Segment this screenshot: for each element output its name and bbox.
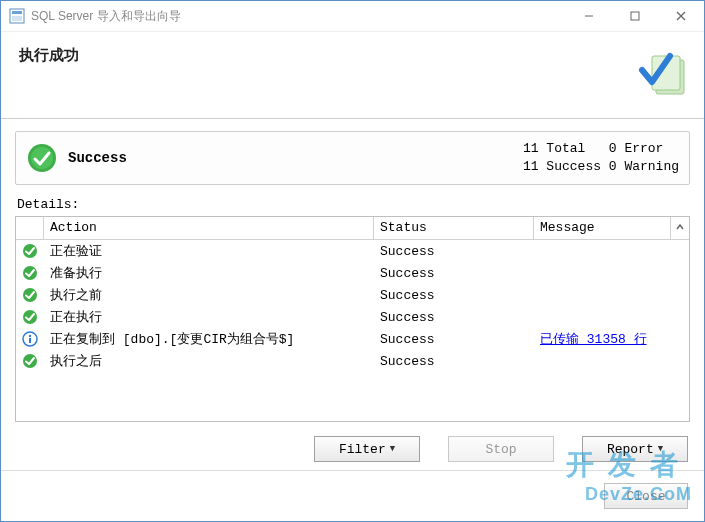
status-cell: Success <box>374 354 534 369</box>
report-button[interactable]: Report ▼ <box>582 436 688 462</box>
page-title: 执行成功 <box>19 46 79 65</box>
success-icon <box>16 353 44 369</box>
app-icon <box>9 8 25 24</box>
header-banner: 执行成功 <box>1 31 704 119</box>
close-button-label: Close <box>626 489 665 504</box>
result-label: Success <box>68 150 523 166</box>
table-row[interactable]: 正在复制到 [dbo].[变更CIR为组合号$]Success已传输 31358… <box>16 328 689 350</box>
stop-button-label: Stop <box>485 442 516 457</box>
svg-point-13 <box>23 288 37 302</box>
wizard-window: SQL Server 导入和导出向导 执行成功 <box>0 0 705 522</box>
svg-point-11 <box>23 244 37 258</box>
action-cell: 正在复制到 [dbo].[变更CIR为组合号$] <box>44 330 374 348</box>
info-icon <box>16 331 44 347</box>
success-icon <box>16 287 44 303</box>
action-cell: 执行之后 <box>44 352 374 370</box>
col-message[interactable]: Message <box>534 217 671 239</box>
report-button-label: Report <box>607 442 654 457</box>
close-button[interactable]: Close <box>604 483 688 509</box>
success-icon <box>16 265 44 281</box>
svg-rect-2 <box>12 16 22 21</box>
success-icon <box>16 309 44 325</box>
table-row[interactable]: 正在执行Success <box>16 306 689 328</box>
summary-stats: 11 Total 0 Error 11 Success 0 Warning <box>523 140 679 176</box>
minimize-button[interactable] <box>566 1 612 31</box>
col-icon[interactable] <box>16 217 44 239</box>
maximize-button[interactable] <box>612 1 658 31</box>
status-cell: Success <box>374 332 534 347</box>
svg-point-16 <box>29 335 31 337</box>
svg-point-12 <box>23 266 37 280</box>
svg-rect-4 <box>631 12 639 20</box>
table-row[interactable]: 正在验证Success <box>16 240 689 262</box>
stop-button: Stop <box>448 436 554 462</box>
svg-rect-1 <box>12 11 22 14</box>
scroll-up-icon[interactable] <box>671 222 689 234</box>
header-success-check-icon <box>638 50 686 98</box>
table-row[interactable]: 执行之后Success <box>16 350 689 372</box>
details-grid: Action Status Message 正在验证Success准备执行Suc… <box>15 216 690 422</box>
window-close-button[interactable] <box>658 1 704 31</box>
details-heading: Details: <box>17 197 688 212</box>
success-icon <box>16 243 44 259</box>
action-cell: 执行之前 <box>44 286 374 304</box>
summary-line-success: 11 Success 0 Warning <box>523 159 679 174</box>
col-action[interactable]: Action <box>44 217 374 239</box>
svg-point-14 <box>23 310 37 324</box>
filter-button-label: Filter <box>339 442 386 457</box>
filter-button[interactable]: Filter ▼ <box>314 436 420 462</box>
col-status[interactable]: Status <box>374 217 534 239</box>
success-check-icon <box>26 142 58 174</box>
dropdown-icon: ▼ <box>390 444 395 454</box>
status-cell: Success <box>374 288 534 303</box>
summary-line-total: 11 Total 0 Error <box>523 141 663 156</box>
dropdown-icon: ▼ <box>658 444 663 454</box>
svg-rect-17 <box>29 338 31 343</box>
message-link[interactable]: 已传输 31358 行 <box>540 332 647 347</box>
status-cell: Success <box>374 310 534 325</box>
window-title: SQL Server 导入和导出向导 <box>31 8 181 25</box>
summary-box: Success 11 Total 0 Error 11 Success 0 Wa… <box>15 131 690 185</box>
footer: Close <box>1 470 704 521</box>
action-cell: 准备执行 <box>44 264 374 282</box>
table-row[interactable]: 执行之前Success <box>16 284 689 306</box>
grid-body[interactable]: 正在验证Success准备执行Success执行之前Success正在执行Suc… <box>16 240 689 421</box>
message-cell[interactable]: 已传输 31358 行 <box>534 330 671 348</box>
grid-header: Action Status Message <box>16 217 689 240</box>
status-cell: Success <box>374 266 534 281</box>
svg-point-18 <box>23 354 37 368</box>
body: Success 11 Total 0 Error 11 Success 0 Wa… <box>1 119 704 470</box>
button-row: Filter ▼ Stop Report ▼ <box>15 422 690 470</box>
status-cell: Success <box>374 244 534 259</box>
action-cell: 正在执行 <box>44 308 374 326</box>
table-row[interactable]: 准备执行Success <box>16 262 689 284</box>
titlebar: SQL Server 导入和导出向导 <box>1 1 704 31</box>
action-cell: 正在验证 <box>44 242 374 260</box>
